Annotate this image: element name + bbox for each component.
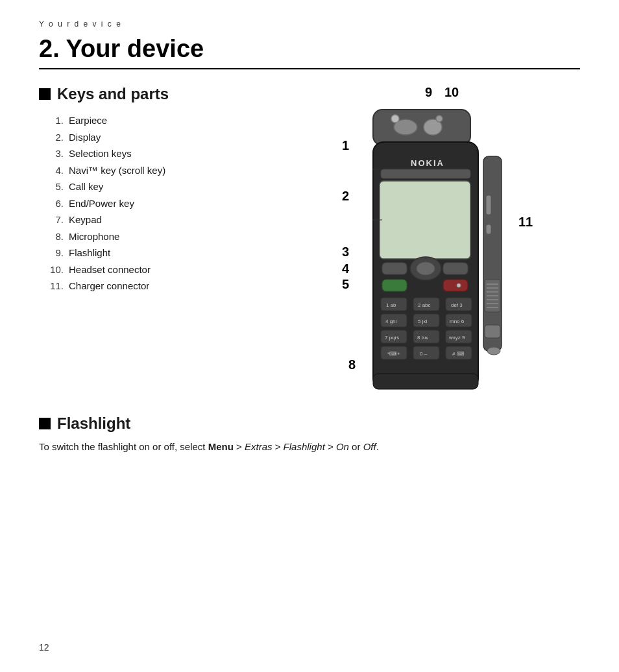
list-item: 9.Flashlight <box>45 245 285 261</box>
svg-rect-2 <box>486 224 491 234</box>
parts-list: 1.Earpiece 2.Display 3.Selection keys 4.… <box>39 112 285 294</box>
label-4: 4 <box>342 261 349 276</box>
flashlight-section-icon <box>39 418 51 429</box>
phone-diagram: 9 10 1 2 3 4 5 6 7 8 11 <box>335 85 543 396</box>
page-content: Y o u r d e v i c e 2. Your device Keys … <box>0 0 619 474</box>
svg-rect-22 <box>382 263 407 274</box>
svg-rect-27 <box>443 280 468 291</box>
chapter-title: 2. Your device <box>39 35 580 69</box>
svg-point-25 <box>417 262 435 275</box>
list-item: 5.Call key <box>45 178 285 195</box>
svg-rect-20 <box>381 169 470 178</box>
item-text: Keypad <box>69 211 102 228</box>
svg-point-17 <box>436 115 443 122</box>
flashlight-italic: Flashlight <box>284 441 325 452</box>
list-item: 7.Keypad <box>45 211 285 228</box>
svg-rect-26 <box>382 280 407 291</box>
item-text: Navi™ key (scroll key) <box>69 162 165 179</box>
phone-illustration: NOKIA <box>355 104 511 409</box>
on-italic: On <box>336 441 349 452</box>
keys-parts-title: Keys and parts <box>57 85 169 103</box>
svg-rect-3 <box>485 325 500 338</box>
svg-text:0 –: 0 – <box>420 351 428 357</box>
keys-parts-heading: Keys and parts <box>39 85 285 103</box>
item-text: Call key <box>69 178 103 195</box>
list-item: 2.Display <box>45 129 285 146</box>
svg-text:1 ab: 1 ab <box>386 302 396 308</box>
item-text: Charger connector <box>69 278 149 294</box>
item-num: 3. <box>45 145 64 162</box>
svg-point-56 <box>457 283 461 287</box>
svg-rect-13 <box>373 110 470 145</box>
item-num: 8. <box>45 228 64 245</box>
item-num: 4. <box>45 162 64 179</box>
content-area: Keys and parts 1.Earpiece 2.Display 3.Se… <box>39 85 580 396</box>
flashlight-heading: Flashlight <box>39 414 580 433</box>
item-text: End/Power key <box>69 195 134 212</box>
item-text: Selection keys <box>69 145 132 162</box>
svg-text:mno 6: mno 6 <box>450 318 465 324</box>
item-num: 5. <box>45 178 64 195</box>
svg-text:2 abc: 2 abc <box>418 302 431 308</box>
label-2: 2 <box>342 189 349 204</box>
svg-text:4 ghi: 4 ghi <box>385 318 397 324</box>
svg-text:wxyz 9: wxyz 9 <box>448 335 465 341</box>
item-text: Microphone <box>69 228 119 245</box>
list-item: 1.Earpiece <box>45 112 285 129</box>
list-item: 8.Microphone <box>45 228 285 245</box>
off-italic: Off <box>363 441 376 452</box>
svg-rect-21 <box>380 181 470 259</box>
breadcrumb: Y o u r d e v i c e <box>39 19 580 29</box>
flashlight-section: Flashlight To switch the flashlight on o… <box>39 414 580 455</box>
item-text: Display <box>69 129 101 146</box>
flashlight-description: To switch the flashlight on or off, sele… <box>39 439 580 455</box>
item-num: 1. <box>45 112 64 129</box>
item-text: Earpiece <box>69 112 107 129</box>
svg-text:NOKIA: NOKIA <box>411 158 444 168</box>
extras-italic: Extras <box>245 441 273 452</box>
list-item: 11.Charger connector <box>45 278 285 294</box>
svg-text:# ⌨: # ⌨ <box>452 351 465 357</box>
list-item: 10.Headset connector <box>45 261 285 278</box>
svg-rect-0 <box>483 156 502 351</box>
left-column: Keys and parts 1.Earpiece 2.Display 3.Se… <box>39 85 285 396</box>
section-icon <box>39 88 51 100</box>
label-9: 9 <box>425 85 432 100</box>
page-number: 12 <box>39 642 49 653</box>
label-1: 1 <box>342 138 349 153</box>
item-num: 7. <box>45 211 64 228</box>
label-3: 3 <box>342 245 349 259</box>
flashlight-title: Flashlight <box>57 414 130 433</box>
phone-diagram-area: 9 10 1 2 3 4 5 6 7 8 11 <box>298 85 580 396</box>
svg-rect-23 <box>443 263 468 274</box>
svg-point-16 <box>391 115 399 123</box>
svg-text:7 pqrs: 7 pqrs <box>385 335 399 341</box>
svg-rect-1 <box>486 195 491 215</box>
svg-rect-53 <box>373 374 478 389</box>
svg-text:8 tuv: 8 tuv <box>417 335 428 341</box>
item-num: 2. <box>45 129 64 146</box>
item-num: 11. <box>45 278 64 294</box>
label-11: 11 <box>518 215 533 230</box>
item-num: 10. <box>45 261 64 278</box>
item-num: 9. <box>45 245 64 261</box>
svg-text:def 3: def 3 <box>451 302 463 308</box>
list-item: 4.Navi™ key (scroll key) <box>45 162 285 179</box>
svg-point-12 <box>487 347 500 355</box>
svg-text:5 jkl: 5 jkl <box>418 318 427 324</box>
label-5: 5 <box>342 277 349 292</box>
label-10: 10 <box>444 85 459 100</box>
svg-text:*⌨+: *⌨+ <box>387 351 400 357</box>
menu-bold: Menu <box>208 441 234 452</box>
item-text: Flashlight <box>69 245 110 261</box>
list-item: 6.End/Power key <box>45 195 285 212</box>
list-item: 3.Selection keys <box>45 145 285 162</box>
item-text: Headset connector <box>69 261 151 278</box>
item-num: 6. <box>45 195 64 212</box>
